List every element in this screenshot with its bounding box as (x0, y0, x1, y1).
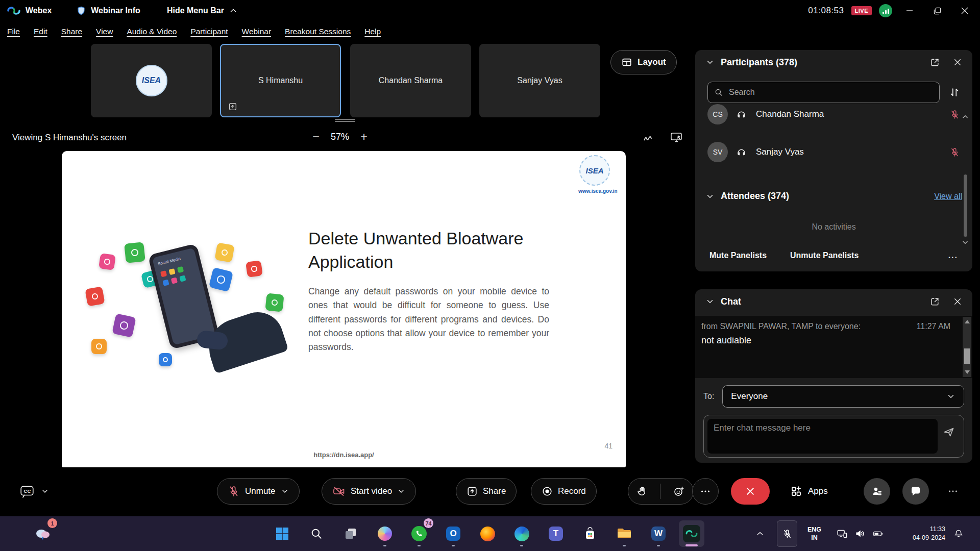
share-button[interactable]: Share (456, 478, 517, 505)
minimize-button[interactable] (899, 3, 920, 18)
popout-icon[interactable] (930, 297, 940, 307)
unmute-panelists-button[interactable]: Unmute Panelists (790, 251, 859, 260)
participants-toggle-button[interactable] (864, 478, 890, 505)
task-view-button[interactable] (339, 520, 362, 547)
start-button[interactable] (271, 520, 293, 547)
zoom-in-button[interactable]: + (360, 131, 368, 143)
video-tile-sanjay-vyas[interactable]: Sanjay Vyas (479, 44, 600, 117)
unmute-button[interactable]: Unmute (217, 478, 300, 505)
mic-muted-icon[interactable] (949, 109, 960, 120)
apps-button[interactable]: Apps (790, 478, 828, 505)
menu-edit[interactable]: Edit (34, 27, 47, 36)
outlook-icon[interactable]: O (442, 520, 464, 547)
scroll-down-icon[interactable] (961, 239, 969, 248)
view-all-link[interactable]: View all (934, 192, 962, 201)
cast-icon[interactable] (836, 520, 848, 547)
webinar-info-button[interactable]: Webinar Info (76, 6, 140, 16)
menu-view[interactable]: View (96, 27, 113, 36)
leave-meeting-button[interactable] (731, 478, 770, 505)
send-icon[interactable] (938, 419, 960, 454)
word-icon[interactable]: W (647, 520, 670, 547)
chevron-down-icon[interactable] (705, 192, 715, 201)
avatar: SV (707, 142, 728, 162)
menu-audio-video[interactable]: Audio & Video (127, 27, 177, 36)
mic-muted-icon[interactable] (949, 147, 960, 158)
chevron-down-icon[interactable] (705, 58, 715, 67)
video-tile-s-himanshu[interactable]: S Himanshu (220, 44, 341, 117)
restore-button[interactable] (927, 3, 947, 18)
video-tile-isea[interactable]: ISEA (91, 44, 212, 117)
panel-more-button[interactable]: ... (948, 251, 958, 260)
panel-drag-handle[interactable] (335, 118, 355, 123)
annotate-icon[interactable] (642, 131, 655, 144)
menu-webinar[interactable]: Webinar (242, 27, 271, 36)
participant-row-sanjay[interactable]: SV Sanjay Vyas (707, 139, 960, 165)
sort-icon[interactable] (949, 87, 960, 98)
taskbar-search-button[interactable] (305, 520, 328, 547)
start-video-button[interactable]: Start video (322, 478, 416, 505)
scrollbar-thumb[interactable] (964, 348, 970, 364)
meeting-timer: 01:08:53 (808, 6, 844, 16)
scrollbar-thumb[interactable] (964, 174, 967, 237)
reactions-smiley-icon[interactable] (673, 485, 685, 497)
chat-scrollbar[interactable] (963, 317, 971, 377)
chat-input[interactable] (707, 419, 938, 454)
scroll-up-icon[interactable] (961, 113, 969, 122)
webex-taskbar-icon[interactable] (679, 520, 704, 547)
popout-icon[interactable] (930, 58, 940, 67)
remote-control-icon[interactable] (670, 131, 684, 144)
hide-menu-bar-button[interactable]: Hide Menu Bar (167, 6, 237, 15)
participant-search[interactable] (707, 82, 940, 103)
more-options-button[interactable] (692, 478, 719, 505)
edge-icon[interactable] (510, 520, 533, 547)
firefox-icon[interactable] (476, 520, 499, 547)
chevron-down-icon[interactable] (705, 297, 715, 306)
menu-help[interactable]: Help (364, 27, 381, 36)
raise-hand-icon[interactable] (636, 486, 648, 497)
record-button[interactable]: Record (531, 478, 597, 505)
menu-share[interactable]: Share (61, 27, 82, 36)
chevron-down-icon[interactable] (281, 487, 289, 495)
participants-scrollbar[interactable] (961, 113, 969, 248)
battery-icon[interactable] (872, 520, 885, 547)
close-icon[interactable] (953, 297, 962, 306)
more-panels-button[interactable] (947, 478, 959, 505)
zoom-out-button[interactable]: − (312, 131, 320, 143)
language-indicator[interactable]: ENGIN (807, 520, 821, 547)
close-icon[interactable] (953, 58, 962, 67)
teams-icon[interactable]: T (545, 520, 567, 547)
chat-toggle-button[interactable] (902, 478, 929, 505)
menu-file[interactable]: File (7, 27, 20, 36)
scroll-up-icon[interactable] (965, 320, 970, 323)
closed-captions-button[interactable]: CC (19, 478, 49, 505)
close-window-button[interactable] (954, 3, 975, 18)
no-activities-label: No activities (695, 222, 972, 232)
connection-quality-icon[interactable] (879, 4, 892, 17)
layout-button[interactable]: Layout (610, 50, 677, 74)
microsoft-store-icon[interactable] (579, 520, 601, 547)
participant-row-chandan[interactable]: CS Chandan Sharma (707, 101, 960, 128)
whatsapp-icon[interactable]: 74 (408, 520, 430, 547)
tray-mic-muted-icon[interactable] (777, 520, 797, 547)
mute-panelists-button[interactable]: Mute Panelists (709, 251, 767, 260)
file-explorer-icon[interactable] (613, 520, 635, 547)
menu-breakout-sessions[interactable]: Breakout Sessions (285, 27, 351, 36)
search-input[interactable] (728, 87, 933, 97)
stage-toolbar: Viewing S Himanshu's screen − 57% + (0, 127, 686, 151)
tray-expand-icon[interactable] (755, 520, 765, 547)
zoom-level[interactable]: 57% (331, 132, 349, 142)
recipient-dropdown[interactable]: Everyone (722, 385, 964, 408)
volume-icon[interactable] (854, 520, 866, 547)
copilot-icon[interactable] (374, 520, 396, 547)
chat-message-list[interactable]: from SWAPNIL PAWAR, TAMP to everyone: 11… (695, 316, 972, 378)
participants-panel: Participants (378) CS (695, 50, 972, 271)
chevron-down-icon[interactable] (397, 487, 405, 495)
menu-participant[interactable]: Participant (190, 27, 228, 36)
isea-url-caption: www.isea.gov.in (578, 188, 611, 194)
chevron-down-icon[interactable] (41, 487, 49, 495)
taskbar-clock[interactable]: 11:3304-09-2024 (898, 520, 945, 547)
scroll-down-icon[interactable] (965, 370, 970, 374)
widgets-weather-icon[interactable]: 1 (32, 520, 54, 547)
notification-bell-icon[interactable] (953, 520, 964, 547)
video-tile-chandan-sharma[interactable]: Chandan Sharma (350, 44, 471, 117)
